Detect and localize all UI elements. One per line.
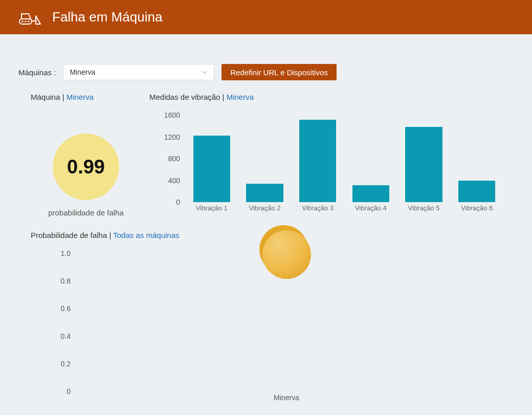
- svg-point-3: [28, 20, 29, 22]
- svg-point-2: [25, 20, 26, 22]
- bubble-ytick: 0.2: [61, 360, 71, 368]
- all-machines-title-prefix: Probabilidade de falha |: [31, 231, 113, 239]
- bar-xlabel: Vibração 4: [344, 204, 397, 217]
- bubble-xlabel: Minerva: [80, 394, 493, 407]
- bar-ytick: 400: [168, 177, 180, 185]
- bar-ytick: 800: [168, 155, 180, 163]
- bubble-ytick: 0: [66, 387, 71, 396]
- bar: [458, 181, 496, 203]
- bar: [193, 136, 231, 202]
- bar-slot: [450, 115, 503, 202]
- bar-xlabel: Vibração 5: [397, 204, 451, 217]
- bar-xlabel: Vibração 3: [291, 204, 344, 217]
- all-machines-title-accent: Todas as máquinas: [113, 231, 179, 239]
- bubble-ytick: 0.6: [61, 304, 71, 313]
- page-title: Falha em Máquina: [52, 9, 162, 25]
- bubble-ytick: 0.4: [61, 332, 71, 340]
- vibration-panel-title-prefix: Medidas de vibração |: [149, 93, 227, 101]
- bar-xlabel: Vibração 6: [450, 204, 503, 217]
- machine-panel-title-accent: Minerva: [66, 93, 94, 101]
- vibration-panel: Medidas de vibração | Minerva 0400800120…: [149, 93, 514, 217]
- machine-panel-title: Máquina | Minerva: [31, 93, 141, 101]
- filter-bar: Máquinas : Minerva Redefinir URL e Dispo…: [18, 64, 514, 80]
- bar-ytick: 0: [176, 198, 180, 206]
- bar: [405, 127, 442, 202]
- bubble-point: [262, 230, 311, 279]
- machines-select[interactable]: Minerva: [63, 64, 214, 80]
- bar-xlabel: Vibração 1: [185, 204, 238, 217]
- failure-probability-caption: probabilidade de falha: [48, 208, 124, 217]
- machine-panel-title-prefix: Máquina |: [31, 93, 66, 101]
- bar-slot: [291, 115, 344, 202]
- vibration-bar-chart: 040080012001600 Vibração 1Vibração 2Vibr…: [149, 115, 514, 217]
- bubble-ytick: 1.0: [61, 249, 71, 257]
- chevron-down-icon: [202, 69, 208, 75]
- bar: [246, 184, 283, 202]
- bar-xlabel: Vibração 2: [238, 204, 292, 217]
- all-machines-bubble-chart: 00.20.40.60.81.0 Minerva: [18, 253, 514, 407]
- vibration-panel-title-accent: Minerva: [227, 93, 254, 101]
- failure-probability-value: 0.99: [67, 156, 105, 178]
- bubble-ytick: 0.8: [61, 277, 71, 285]
- bulldozer-icon: [18, 9, 41, 26]
- bar: [299, 120, 337, 203]
- machines-select-value: Minerva: [70, 68, 95, 76]
- bar-slot: [185, 115, 238, 202]
- app-header: Falha em Máquina: [0, 0, 532, 34]
- machine-panel: Máquina | Minerva 0.99 probabilidade de …: [18, 93, 141, 217]
- bar-slot: [344, 115, 397, 202]
- svg-point-1: [21, 20, 23, 22]
- bar-ytick: 1600: [164, 111, 180, 119]
- failure-probability-gauge: 0.99: [53, 134, 119, 200]
- vibration-panel-title: Medidas de vibração | Minerva: [149, 93, 514, 101]
- machines-label: Máquinas :: [18, 68, 56, 77]
- bar-slot: [238, 115, 292, 202]
- all-machines-panel: Probabilidade de falha | Todas as máquin…: [18, 231, 514, 407]
- bar-ytick: 1200: [164, 133, 180, 141]
- bar: [352, 185, 390, 202]
- reset-url-devices-button[interactable]: Redefinir URL e Dispositivos: [221, 64, 336, 80]
- bar-slot: [397, 115, 451, 202]
